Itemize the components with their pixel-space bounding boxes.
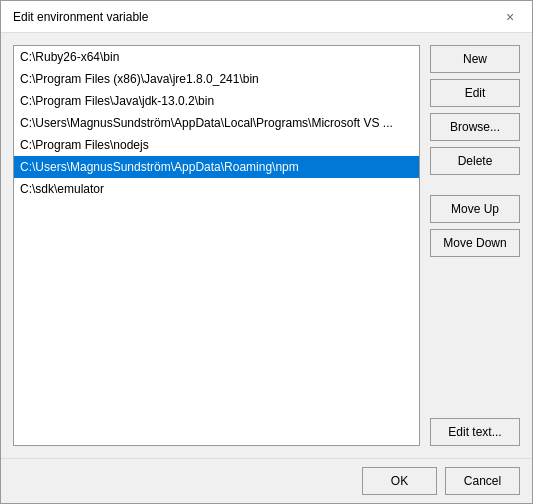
button-panel: New Edit Browse... Delete Move Up Move D… — [430, 45, 520, 446]
browse-button[interactable]: Browse... — [430, 113, 520, 141]
dialog-title: Edit environment variable — [13, 10, 148, 24]
list-item[interactable]: C:\Program Files\Java\jdk-13.0.2\bin — [14, 90, 419, 112]
list-item[interactable]: C:\Program Files (x86)\Java\jre1.8.0_241… — [14, 68, 419, 90]
dialog-body: C:\Ruby26-x64\binC:\Program Files (x86)\… — [1, 33, 532, 458]
list-item[interactable]: C:\sdk\emulator — [14, 178, 419, 200]
edit-button[interactable]: Edit — [430, 79, 520, 107]
dialog-footer: OK Cancel — [1, 458, 532, 503]
spacer — [430, 263, 520, 412]
list-item[interactable]: C:\Users\MagnusSundström\AppData\Roaming… — [14, 156, 419, 178]
delete-button[interactable]: Delete — [430, 147, 520, 175]
separator-1 — [430, 181, 520, 189]
ok-button[interactable]: OK — [362, 467, 437, 495]
edit-env-variable-dialog: Edit environment variable × C:\Ruby26-x6… — [0, 0, 533, 504]
move-up-button[interactable]: Move Up — [430, 195, 520, 223]
list-item[interactable]: C:\Users\MagnusSundström\AppData\Local\P… — [14, 112, 419, 134]
list-item[interactable]: C:\Program Files\nodejs — [14, 134, 419, 156]
new-button[interactable]: New — [430, 45, 520, 73]
move-down-button[interactable]: Move Down — [430, 229, 520, 257]
list-item[interactable]: C:\Ruby26-x64\bin — [14, 46, 419, 68]
edit-text-button[interactable]: Edit text... — [430, 418, 520, 446]
title-bar: Edit environment variable × — [1, 1, 532, 33]
list-container: C:\Ruby26-x64\binC:\Program Files (x86)\… — [13, 45, 420, 446]
env-variable-list[interactable]: C:\Ruby26-x64\binC:\Program Files (x86)\… — [13, 45, 420, 446]
cancel-button[interactable]: Cancel — [445, 467, 520, 495]
close-button[interactable]: × — [500, 7, 520, 27]
